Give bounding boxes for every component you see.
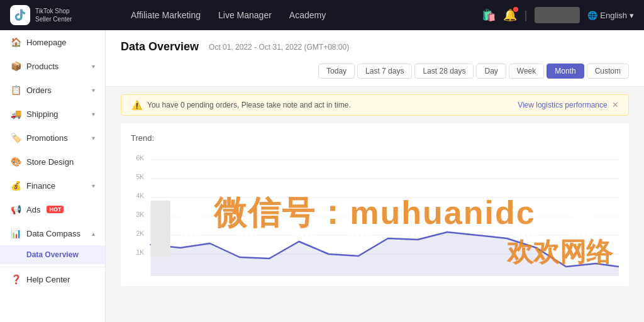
overview-header: Data Overview Oct 01, 2022 - Oct 31, 202… bbox=[106, 30, 644, 87]
chart-section: Trend: 6K 5K 4K 3K 2K 1K bbox=[121, 123, 629, 286]
ads-icon: 📢 bbox=[10, 204, 21, 215]
page-title: Data Overview bbox=[121, 40, 199, 53]
filter-week[interactable]: Week bbox=[509, 64, 544, 79]
home-icon: 🏠 bbox=[10, 36, 21, 48]
filter-last28days[interactable]: Last 28 days bbox=[414, 64, 474, 79]
alert-text: You have 0 pending orders, Please take n… bbox=[147, 101, 513, 109]
svg-text:4K: 4K bbox=[136, 192, 144, 199]
bag-icon[interactable]: 🛍️ bbox=[482, 8, 496, 22]
products-icon: 📦 bbox=[10, 60, 21, 72]
sidebar-item-homepage[interactable]: 🏠 Homepage bbox=[0, 30, 105, 54]
finance-chevron: ▾ bbox=[92, 182, 95, 189]
sidebar-item-promotions[interactable]: 🏷️ Promotions ▾ bbox=[0, 126, 105, 150]
date-range: Oct 01, 2022 - Oct 31, 2022 (GMT+08:00) bbox=[209, 43, 349, 52]
sidebar-item-products[interactable]: 📦 Products ▾ bbox=[0, 54, 105, 78]
notification-icon[interactable]: 🔔 bbox=[503, 8, 517, 22]
svg-text:3K: 3K bbox=[136, 211, 144, 218]
sidebar-item-shipping[interactable]: 🚚 Shipping ▾ bbox=[0, 102, 105, 126]
filter-today[interactable]: Today bbox=[318, 64, 355, 79]
sidebar: 🏠 Homepage 📦 Products ▾ 📋 Orders ▾ 🚚 Shi… bbox=[0, 30, 106, 322]
language-selector[interactable]: 🌐 English ▾ bbox=[587, 11, 634, 20]
svg-text:6K: 6K bbox=[136, 155, 144, 162]
sidebar-item-help-center[interactable]: ❓ Help Center bbox=[0, 267, 105, 291]
filter-custom[interactable]: Custom bbox=[587, 64, 629, 79]
promotions-icon: 🏷️ bbox=[10, 132, 21, 143]
main-content: Data Overview Oct 01, 2022 - Oct 31, 202… bbox=[106, 30, 644, 322]
top-navigation: TikTok Shop Seller Center Affiliate Mark… bbox=[0, 0, 644, 30]
products-chevron: ▾ bbox=[92, 63, 95, 70]
tiktok-logo-icon bbox=[10, 5, 30, 25]
nav-links: Affiliate Marketing Live Manager Academy bbox=[131, 8, 462, 23]
sidebar-item-data-compass[interactable]: 📊 Data Compass ▴ bbox=[0, 221, 105, 245]
orders-chevron: ▾ bbox=[92, 87, 95, 94]
ads-hot-badge: HOT bbox=[47, 206, 64, 213]
nav-academy[interactable]: Academy bbox=[289, 8, 326, 23]
watermark-text-2: 欢欢网络 bbox=[507, 235, 613, 270]
svg-text:1K: 1K bbox=[136, 249, 144, 256]
alert-banner: ⚠️ You have 0 pending orders, Please tak… bbox=[121, 94, 629, 116]
sidebar-sub-item-data-overview[interactable]: Data Overview bbox=[0, 245, 105, 264]
trend-label: Trend: bbox=[131, 133, 619, 143]
alert-close-button[interactable]: × bbox=[613, 100, 618, 110]
shipping-chevron: ▾ bbox=[92, 111, 95, 118]
notification-badge bbox=[513, 7, 518, 12]
sidebar-item-orders[interactable]: 📋 Orders ▾ bbox=[0, 78, 105, 102]
nav-live-manager[interactable]: Live Manager bbox=[218, 8, 272, 23]
shipping-icon: 🚚 bbox=[10, 108, 21, 119]
data-compass-chevron: ▴ bbox=[92, 230, 95, 237]
data-compass-icon: 📊 bbox=[10, 228, 21, 239]
help-icon: ❓ bbox=[10, 274, 21, 285]
sidebar-item-finance[interactable]: 💰 Finance ▾ bbox=[0, 174, 105, 197]
overview-title-row: Data Overview Oct 01, 2022 - Oct 31, 202… bbox=[121, 40, 629, 79]
store-design-icon: 🎨 bbox=[10, 156, 21, 167]
chart-container: 6K 5K 4K 3K 2K 1K bbox=[131, 150, 619, 276]
sidebar-item-ads[interactable]: 📢 Ads HOT bbox=[0, 197, 105, 221]
alert-icon: ⚠️ bbox=[131, 100, 142, 110]
time-filters: Today Last 7 days Last 28 days Day Week … bbox=[318, 64, 629, 79]
svg-text:2K: 2K bbox=[136, 230, 144, 237]
alert-link[interactable]: View logistics performance bbox=[518, 101, 608, 109]
filter-last7days[interactable]: Last 7 days bbox=[357, 64, 412, 79]
sidebar-item-store-design[interactable]: 🎨 Store Design bbox=[0, 150, 105, 174]
main-layout: 🏠 Homepage 📦 Products ▾ 📋 Orders ▾ 🚚 Shi… bbox=[0, 30, 644, 322]
svg-rect-13 bbox=[150, 201, 170, 257]
filter-day[interactable]: Day bbox=[476, 64, 506, 79]
orders-icon: 📋 bbox=[10, 84, 21, 96]
logo-area[interactable]: TikTok Shop Seller Center bbox=[10, 5, 111, 25]
user-avatar[interactable] bbox=[535, 7, 580, 23]
logo-text: TikTok Shop Seller Center bbox=[35, 7, 72, 23]
promotions-chevron: ▾ bbox=[92, 135, 95, 142]
nav-right-actions: 🛍️ 🔔 | 🌐 English ▾ bbox=[482, 7, 634, 23]
finance-icon: 💰 bbox=[10, 180, 21, 191]
nav-affiliate-marketing[interactable]: Affiliate Marketing bbox=[131, 8, 201, 23]
separator: | bbox=[525, 9, 528, 22]
svg-text:5K: 5K bbox=[136, 174, 144, 180]
filter-month[interactable]: Month bbox=[547, 64, 584, 79]
